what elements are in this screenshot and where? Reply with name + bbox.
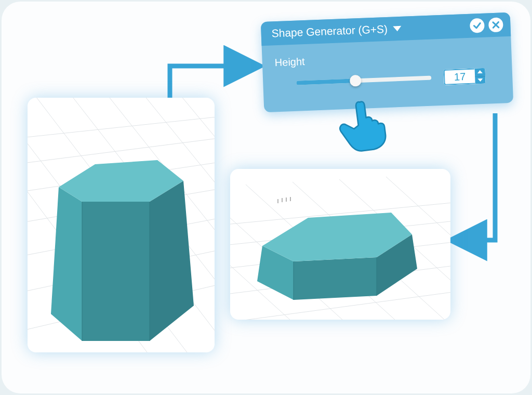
close-icon (491, 20, 501, 30)
svg-marker-16 (150, 181, 194, 341)
height-value[interactable]: 17 (444, 68, 475, 85)
slider-fill (296, 78, 356, 85)
svg-line-1 (28, 134, 215, 165)
param-label-height: Height (274, 48, 499, 69)
height-stepper[interactable]: 17 (444, 68, 486, 85)
stepper-up[interactable] (475, 68, 486, 76)
viewport-before (28, 98, 215, 352)
confirm-button[interactable] (470, 18, 485, 33)
check-icon (472, 21, 482, 31)
stepper-down[interactable] (475, 75, 486, 84)
slider-knob[interactable] (350, 75, 362, 87)
hex-prism-short (257, 213, 417, 300)
panel-title: Shape Generator (G+S) (271, 23, 388, 40)
close-button[interactable] (488, 17, 503, 32)
shape-generator-panel: Shape Generator (G+S) Height (261, 12, 513, 112)
svg-line-0 (28, 113, 215, 139)
hex-prism-tall (51, 160, 194, 341)
pointing-hand-icon (333, 93, 397, 156)
diagram-canvas: Shape Generator (G+S) Height (2, 2, 530, 393)
svg-marker-14 (51, 187, 82, 341)
height-slider[interactable] (296, 73, 432, 88)
svg-marker-15 (82, 202, 150, 341)
svg-marker-36 (294, 257, 377, 300)
flow-arrow-2 (449, 113, 512, 251)
viewport-after (230, 169, 450, 320)
chevron-down-icon (393, 26, 401, 32)
